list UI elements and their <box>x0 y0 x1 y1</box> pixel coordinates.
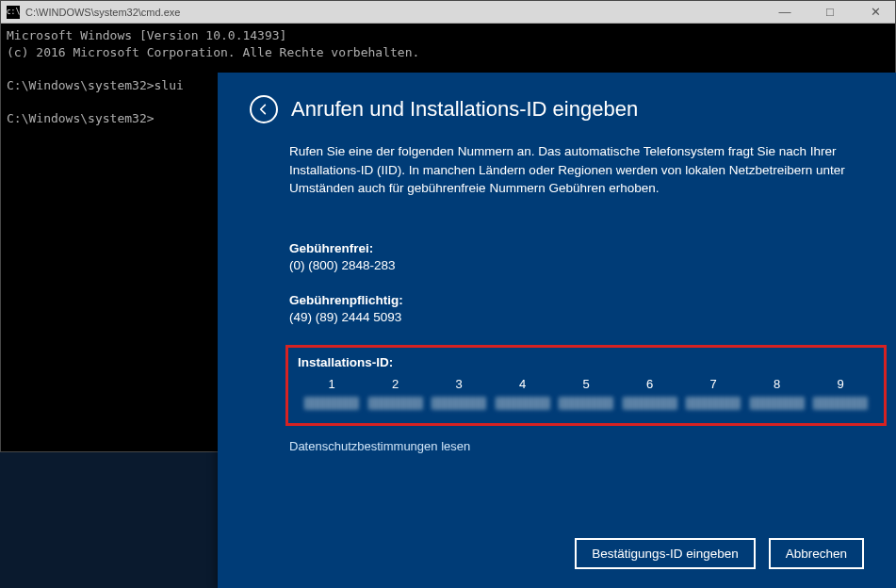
cmd-titlebar[interactable]: c:\ C:\WINDOWS\system32\cmd.exe — □ ✕ <box>1 1 895 24</box>
iid-index: 7 <box>709 377 716 391</box>
close-button[interactable]: ✕ <box>861 5 889 19</box>
cmd-prompt: C:\Windows\system32>slui <box>7 78 184 92</box>
dialog-footer: Bestätigungs-ID eingeben Abbrechen <box>575 538 864 569</box>
iid-index: 5 <box>582 377 589 391</box>
activation-dialog: Anrufen und Installations-ID eingeben Ru… <box>218 73 896 588</box>
iid-value-blurred <box>686 397 741 410</box>
privacy-link[interactable]: Datenschutzbestimmungen lesen <box>289 439 864 453</box>
iid-column: 1 <box>303 377 360 410</box>
iid-index: 6 <box>646 377 653 391</box>
iid-index: 3 <box>455 377 462 391</box>
cmd-icon: c:\ <box>7 6 20 19</box>
cmd-line: (c) 2016 Microsoft Corporation. Alle Rec… <box>7 45 419 59</box>
cmd-title: C:\WINDOWS\system32\cmd.exe <box>25 7 771 18</box>
iid-value-blurred <box>496 397 550 410</box>
dialog-header: Anrufen und Installations-ID eingeben <box>250 95 864 123</box>
dialog-description: Rufen Sie eine der folgenden Nummern an.… <box>289 142 864 198</box>
arrow-left-icon <box>256 102 271 117</box>
iid-column: 5 <box>558 377 614 410</box>
iid-column: 7 <box>685 377 741 410</box>
iid-column: 6 <box>622 377 678 410</box>
toll-group: Gebührenpflichtig: (49) (89) 2444 5093 <box>289 293 864 324</box>
iid-value-blurred <box>623 397 677 410</box>
toll-label: Gebührenpflichtig: <box>289 293 864 307</box>
iid-index: 4 <box>519 377 526 391</box>
iid-column: 8 <box>749 377 806 410</box>
tollfree-group: Gebührenfrei: (0) (800) 2848-283 <box>289 241 864 272</box>
iid-value-blurred <box>813 397 868 410</box>
iid-value-blurred <box>304 397 359 410</box>
window-controls: — □ ✕ <box>771 5 889 19</box>
iid-column: 4 <box>495 377 551 410</box>
iid-index: 9 <box>837 377 843 391</box>
tollfree-label: Gebührenfrei: <box>289 241 864 255</box>
minimize-button[interactable]: — <box>771 5 799 19</box>
iid-column: 9 <box>812 377 869 410</box>
dialog-title: Anrufen und Installations-ID eingeben <box>291 97 638 122</box>
iid-index: 8 <box>774 377 780 391</box>
iid-value-blurred <box>559 397 613 410</box>
installation-id-box: Installations-ID: 1 2 3 4 5 6 7 8 9 <box>285 345 887 426</box>
installation-id-label: Installations-ID: <box>294 355 878 369</box>
cmd-line: Microsoft Windows [Version 10.0.14393] <box>7 28 286 42</box>
iid-index: 1 <box>328 377 334 391</box>
iid-value-blurred <box>432 397 486 410</box>
iid-value-blurred <box>750 397 805 410</box>
confirm-id-button[interactable]: Bestätigungs-ID eingeben <box>575 538 755 569</box>
cancel-button[interactable]: Abbrechen <box>769 538 864 569</box>
iid-column: 3 <box>431 377 487 410</box>
toll-number: (49) (89) 2444 5093 <box>289 310 864 324</box>
maximize-button[interactable]: □ <box>816 5 844 19</box>
tollfree-number: (0) (800) 2848-283 <box>289 258 864 272</box>
iid-value-blurred <box>368 397 423 410</box>
iid-index: 2 <box>392 377 399 391</box>
back-button[interactable] <box>250 95 278 123</box>
iid-column: 2 <box>367 377 424 410</box>
phone-numbers: Gebührenfrei: (0) (800) 2848-283 Gebühre… <box>289 241 864 324</box>
installation-id-grid: 1 2 3 4 5 6 7 8 9 <box>294 377 878 410</box>
cmd-prompt: C:\Windows\system32> <box>7 111 155 125</box>
